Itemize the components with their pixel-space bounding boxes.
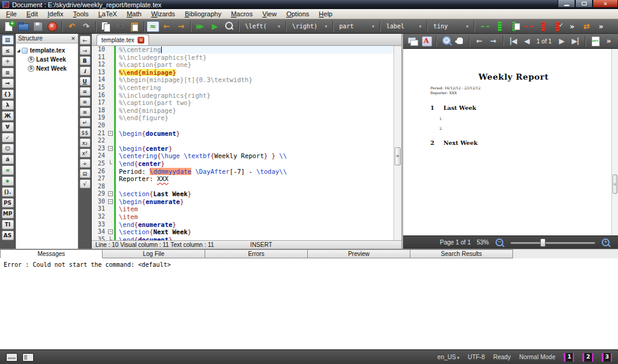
structure-tab-icon[interactable]: ▤ xyxy=(2,35,14,45)
toggle-messages-panel-icon[interactable] xyxy=(22,353,34,362)
code-text[interactable]: %\end{minipage} xyxy=(116,69,401,77)
code-line[interactable]: 16%\includegraphics{right} xyxy=(92,92,401,100)
bookmark-1-button[interactable]: 1 xyxy=(564,353,574,362)
code-text[interactable]: \item xyxy=(116,213,401,221)
code-text[interactable]: \section{Next Week} xyxy=(116,228,401,236)
sqrt-icon[interactable]: √ xyxy=(80,179,91,188)
align-left-icon[interactable]: ≡ xyxy=(80,87,91,96)
redo-icon[interactable]: ↷ xyxy=(79,20,94,33)
code-text[interactable] xyxy=(116,122,401,130)
last-page-icon[interactable]: ▶| xyxy=(569,35,582,47)
menu-latex[interactable]: LaTeX xyxy=(94,10,122,18)
code-line[interactable]: 26Period: \ddmmyydate \DayAfter[-7] - \t… xyxy=(92,168,401,176)
code-text[interactable]: %\includegraphics{left} xyxy=(116,54,401,62)
code-line[interactable]: 22 xyxy=(92,137,401,145)
superscript-icon[interactable]: x² xyxy=(80,148,91,158)
close-file-icon[interactable] xyxy=(45,20,60,33)
misc-math-icon[interactable]: ∀ xyxy=(2,122,14,132)
bottom-tab-errors[interactable]: Errors xyxy=(205,249,308,258)
code-text[interactable]: \end{enumerate} xyxy=(116,221,401,229)
delimiters-icon[interactable]: {} xyxy=(2,89,14,99)
next-page-icon[interactable]: ▶ xyxy=(555,35,568,47)
tab-close-icon[interactable]: ✕ xyxy=(138,37,144,43)
minimize-button[interactable] xyxy=(558,0,575,8)
cut-icon[interactable]: ✂ xyxy=(113,20,127,33)
code-line[interactable]: 34−\section{Next Week} xyxy=(92,228,401,236)
code-text[interactable]: \begin{enumerate} xyxy=(116,198,401,206)
arithmetic-symbols-icon[interactable]: ÷ xyxy=(2,57,14,66)
menu-idefix[interactable]: Idefix xyxy=(43,10,68,18)
accents-icon[interactable]: á xyxy=(2,155,14,164)
zoom-out-icon[interactable] xyxy=(495,238,505,247)
prev-page-icon[interactable]: ◀ xyxy=(520,35,533,47)
pstricks-icon[interactable]: PS xyxy=(2,198,14,208)
code-text[interactable]: %\includegraphics{right} xyxy=(116,92,401,100)
code-text[interactable]: \item xyxy=(116,205,401,213)
undo-icon[interactable]: ↶ xyxy=(65,20,79,33)
code-line[interactable]: 18%\end{minipage} xyxy=(92,107,401,115)
quick-build-icon[interactable]: ▶▶ xyxy=(193,20,208,33)
menu-tools[interactable]: Tools xyxy=(68,10,94,18)
code-line[interactable]: 12%\caption{part one} xyxy=(92,61,401,69)
pdf-scrollbar[interactable] xyxy=(611,49,618,235)
arrow-symbols-icon[interactable]: ⇒ xyxy=(2,78,14,88)
reference-dropdown[interactable]: label▾ xyxy=(383,21,425,32)
open-file-icon[interactable] xyxy=(16,20,31,33)
forward-nav-icon[interactable]: → xyxy=(80,46,91,55)
paste-icon[interactable] xyxy=(127,20,142,33)
menu-edit[interactable]: Edit xyxy=(22,10,43,18)
menu-help[interactable]: Help xyxy=(314,10,337,18)
brackets-icon[interactable]: (). xyxy=(2,187,14,197)
menu-view[interactable]: View xyxy=(258,10,282,18)
code-line[interactable]: 21−\begin{document} xyxy=(92,130,401,138)
code-text[interactable]: \begin{center} xyxy=(116,145,401,153)
code-line[interactable]: 24\centering{\huge \textbf{Weekly Report… xyxy=(92,152,401,160)
fold-toggle-icon[interactable]: − xyxy=(108,146,113,151)
code-text[interactable]: %\end{figure} xyxy=(116,114,401,122)
code-text[interactable] xyxy=(116,137,401,145)
right-delimiter-dropdown[interactable]: \right)▾ xyxy=(288,21,331,32)
zoom-100-icon[interactable] xyxy=(589,35,602,47)
code-line[interactable]: 14%\begin{minipage}[t]{0.3\textwidth} xyxy=(92,76,401,84)
forward-icon[interactable]: → xyxy=(487,35,500,47)
sectioning-dropdown[interactable]: part▾ xyxy=(336,21,378,32)
underline-icon[interactable]: U xyxy=(80,77,91,86)
code-line[interactable]: 31\item xyxy=(92,205,401,213)
special-symbols-icon[interactable]: ☺ xyxy=(2,144,14,153)
swap-arrows-icon[interactable]: ⇄ xyxy=(579,20,594,33)
code-text[interactable]: %\begin{minipage}[t]{0.3\textwidth} xyxy=(116,76,401,84)
infinity-symbols-icon[interactable]: ∞ xyxy=(2,165,14,175)
metapost-icon[interactable]: MP xyxy=(2,209,14,219)
menu-macros[interactable]: Macros xyxy=(226,10,258,18)
structure-section-next-week[interactable]: SNext Week xyxy=(17,64,77,73)
code-line[interactable]: 15%\centering xyxy=(92,84,401,92)
code-line[interactable]: 11%\includegraphics{left} xyxy=(92,54,401,62)
paste-green-icon[interactable] xyxy=(507,20,521,33)
code-line[interactable]: 29−\section{Last Week} xyxy=(92,190,401,198)
acrobat-icon[interactable] xyxy=(420,35,433,47)
structure-close-icon[interactable]: ✕ xyxy=(71,36,75,42)
maximize-button[interactable] xyxy=(575,0,593,8)
structure-section-last-week[interactable]: SLast Week xyxy=(17,55,77,64)
left-delimiter-dropdown[interactable]: \left(▾ xyxy=(241,21,284,32)
frac-icon[interactable]: ÷ xyxy=(80,159,91,168)
bookmark-3-button[interactable]: 3 xyxy=(602,353,612,362)
zoom-tool-icon[interactable] xyxy=(440,35,453,47)
back-nav-icon[interactable]: ← xyxy=(80,36,91,45)
code-line[interactable]: 25\end{center} xyxy=(92,160,401,168)
code-line[interactable]: 13%\end{minipage} xyxy=(92,69,401,77)
bookmark-2-button[interactable]: 2 xyxy=(582,353,593,362)
code-text[interactable]: %\centering xyxy=(116,84,401,92)
checkmark-symbols-icon[interactable]: ✓ xyxy=(2,133,14,142)
pages-icon[interactable] xyxy=(406,35,419,47)
greek-letters-icon[interactable]: λ xyxy=(2,100,14,110)
code-text[interactable]: Period: \ddmmyydate \DayAfter[-7] - \tod… xyxy=(116,168,401,176)
pdf-wave-icon[interactable] xyxy=(147,21,159,32)
first-page-icon[interactable]: |◀ xyxy=(507,35,520,47)
dfrac-icon[interactable]: ⊟ xyxy=(80,169,91,178)
asymptote-icon[interactable]: AS xyxy=(2,231,14,240)
pdf-view[interactable]: Weekly Report Period: 16/12/12 - 23/12/1… xyxy=(403,49,618,235)
code-line[interactable]: 19%\end{figure} xyxy=(92,114,401,122)
code-line[interactable]: 32\item xyxy=(92,213,401,221)
code-text[interactable] xyxy=(116,183,401,191)
